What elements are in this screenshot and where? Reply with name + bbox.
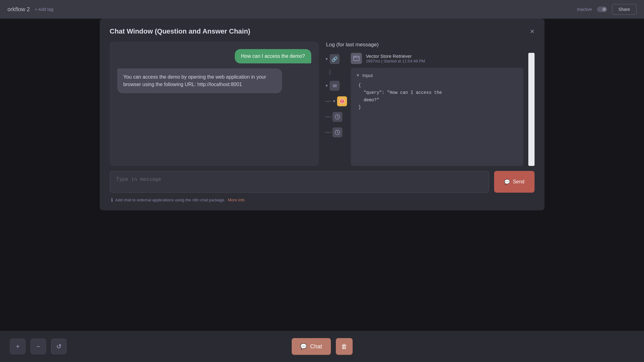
info-text: Add chat to external applications using … [115,198,225,202]
reset-button[interactable]: ↺ [51,339,67,354]
log-content: ▼ 🔗 ▼ ✉ [325,53,535,166]
connector-4 [325,117,331,117]
message-input[interactable] [110,171,489,193]
bottom-bar: + − ↺ 💬 Chat 🗑 [0,331,644,362]
chat-bottom-button[interactable]: 💬 Chat [291,338,331,355]
chat-bottom-label: Chat [310,343,322,350]
info-icon: ℹ [111,197,113,203]
close-button[interactable]: × [530,28,534,35]
bottom-center-controls: 💬 Chat 🗑 [291,338,352,355]
chevron-icon-1[interactable]: ▼ [325,57,329,61]
node-timeline: ▼ 🔗 ▼ ✉ [325,53,347,166]
zoom-in-button[interactable]: + [10,339,25,354]
log-entry-header: Vector Store Retriever 1697ms | Started … [351,53,523,64]
zoom-out-button[interactable]: − [30,339,46,354]
log-entry-icon [351,53,362,64]
status-label: Inactive [577,7,592,12]
node-openai2-icon[interactable] [332,127,342,137]
chevron-icon-3[interactable]: ▼ [332,99,336,103]
timeline-row-4 [325,112,347,122]
log-detail: Vector Store Retriever 1697ms | Started … [351,53,523,166]
delete-icon: 🗑 [341,343,347,350]
input-section-header[interactable]: ▼ Input [356,73,518,78]
chevron-icon-2[interactable]: ▼ [325,84,329,88]
top-bar-right: Inactive Share [577,4,637,15]
log-area: Log (for last message) ▼ 🔗 [325,42,535,166]
node-openai-icon[interactable] [332,112,342,122]
connector-3 [325,101,331,102]
chat-area: How can I access the demo? You can acces… [110,42,319,166]
log-input-box[interactable]: ▼ Input { "query": "How can I access the… [351,68,523,166]
share-button[interactable]: Share [612,4,637,15]
input-section-label: Input [362,73,373,78]
timeline-row-5 [325,127,347,137]
input-chevron: ▼ [356,73,360,78]
log-entry-time: 1697ms | Started at 11:54:48 PM [366,59,425,63]
vline-1 [330,70,330,75]
more-info-link[interactable]: More info [228,198,245,202]
input-row: 💬 Send [110,171,535,193]
delete-bottom-button[interactable]: 🗑 [336,338,353,355]
reset-icon: ↺ [56,343,62,350]
node-mail-icon[interactable]: ✉ [330,81,340,91]
send-button[interactable]: 💬 Send [494,171,534,193]
inactive-toggle[interactable] [597,7,607,12]
send-icon: 💬 [504,179,510,185]
log-entry-info: Vector Store Retriever 1697ms | Started … [366,53,425,63]
log-entry-name: Vector Store Retriever [366,53,425,59]
zoom-in-icon: + [16,343,20,350]
chat-modal: Chat Window (Question and Answer Chain) … [100,19,544,210]
log-scrollbar[interactable] [528,53,535,166]
zoom-out-icon: − [36,343,40,350]
add-tag-button[interactable]: + Add tag [35,7,53,12]
timeline-row-3: ▼ [325,96,347,106]
modal-body: How can I access the demo? You can acces… [100,42,544,210]
top-bar: orkflow 2 + Add tag Inactive Share [0,0,644,19]
node-link-icon[interactable]: 🔗 [330,54,340,64]
chat-bottom-icon: 💬 [300,343,307,350]
send-label: Send [513,179,524,185]
info-bar: ℹ Add chat to external applications usin… [110,197,535,203]
workflow-title: orkflow 2 [7,6,30,13]
bot-message: You can access the demo by opening the w… [117,68,282,93]
json-code: { "query": "How can I access the demo?" … [356,82,518,111]
timeline-row-1: ▼ 🔗 [325,54,347,64]
user-message: How can I access the demo? [235,49,311,63]
connector-5 [325,132,331,133]
chat-log-row: How can I access the demo? You can acces… [110,42,535,166]
modal-header: Chat Window (Question and Answer Chain) … [100,19,544,42]
timeline-row-2: ▼ ✉ [325,81,347,91]
node-shield-icon[interactable] [337,96,347,106]
log-header: Log (for last message) [325,42,535,48]
modal-overlay: Chat Window (Question and Answer Chain) … [0,0,644,362]
svg-rect-3 [354,56,359,61]
modal-title: Chat Window (Question and Answer Chain) [110,27,250,35]
